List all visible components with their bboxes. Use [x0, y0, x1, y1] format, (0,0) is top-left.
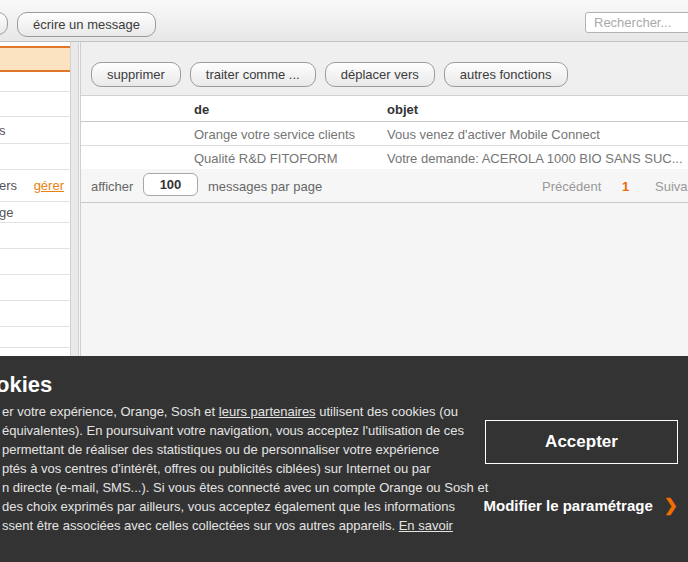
folder-sidebar: s ers gérer ge — [0, 42, 70, 356]
table-row[interactable]: Qualité R&D FITOFORM Votre demande: ACER… — [81, 146, 688, 170]
cookie-text: er votre expérience, Orange, Sosh et — [2, 404, 219, 419]
sidebar-item[interactable] — [0, 92, 70, 117]
partial-left-button[interactable] — [0, 12, 8, 35]
message-subject[interactable]: Vous venez d'activer Mobile Connect — [387, 127, 600, 142]
message-subject[interactable]: Votre demande: ACEROLA 1000 BIO SANS SUC… — [387, 151, 683, 166]
manage-folders-link[interactable]: gérer — [34, 178, 64, 193]
accept-cookies-button[interactable]: Accepter — [485, 420, 678, 464]
current-page-number[interactable]: 1 — [622, 179, 629, 194]
cookie-text-line: n directe (e-mail, SMS...). Si vous êtes… — [2, 478, 488, 497]
sidebar-item[interactable] — [0, 301, 70, 327]
messages-per-page-input[interactable] — [143, 173, 198, 196]
message-list-panel: supprimer traiter comme ... déplacer ver… — [80, 42, 688, 356]
table-row[interactable]: Orange votre service clients Vous venez … — [81, 122, 688, 146]
cookie-text-line: er votre expérience, Orange, Sosh et leu… — [2, 402, 488, 421]
message-sender[interactable]: Orange votre service clients — [194, 127, 355, 142]
show-label: afficher — [91, 179, 133, 194]
cookie-text-line: des choix exprimés par ailleurs, vous ac… — [2, 497, 488, 516]
table-header-row: de objet — [81, 96, 688, 122]
sidebar-item-inbox-selected[interactable] — [0, 46, 70, 72]
sidebar-item-label: ge — [0, 205, 13, 220]
sidebar-item[interactable] — [0, 223, 70, 249]
cookie-text-line: ssent être associées avec celles collect… — [2, 516, 488, 535]
modify-settings-link[interactable]: Modifier le paramétrage ❯ — [460, 495, 678, 516]
column-header-subject: objet — [387, 102, 418, 117]
previous-page-link[interactable]: Précédent — [542, 179, 601, 194]
message-sender[interactable]: Qualité R&D FITOFORM — [194, 151, 338, 166]
cookie-text-line: ptés à vos centres d'intérêt, offres ou … — [2, 459, 488, 478]
cookie-banner-text: er votre expérience, Orange, Sosh et leu… — [2, 402, 488, 535]
mark-as-button[interactable]: traiter comme ... — [190, 62, 316, 87]
sidebar-scrollbar[interactable] — [70, 42, 79, 356]
modify-settings-label: Modifier le paramétrage — [484, 497, 653, 514]
sidebar-item[interactable] — [0, 327, 70, 348]
partners-link[interactable]: leurs partenaires — [219, 404, 316, 419]
per-page-label: messages par page — [208, 179, 322, 194]
cookie-text-line: permettant de réaliser des statistiques … — [2, 440, 488, 459]
sidebar-item-storage[interactable]: ge — [0, 202, 70, 223]
top-toolbar: écrire un message — [0, 0, 688, 42]
sidebar-item-sent[interactable]: s — [0, 117, 70, 144]
cookie-text-line: équivalentes). En poursuivant votre navi… — [2, 421, 488, 440]
cookie-text: ssent être associées avec celles collect… — [2, 518, 399, 533]
cookie-text: utilisent des cookies (ou — [316, 404, 458, 419]
sidebar-item-label: ers — [0, 178, 17, 193]
sidebar-item[interactable] — [0, 72, 70, 92]
cookie-consent-banner: okies er votre expérience, Orange, Sosh … — [0, 356, 688, 562]
delete-button[interactable]: supprimer — [91, 62, 181, 87]
learn-more-link[interactable]: En savoir — [399, 518, 453, 533]
message-table: de objet Orange votre service clients Vo… — [81, 95, 688, 170]
chevron-right-icon: ❯ — [664, 495, 678, 516]
other-functions-button[interactable]: autres fonctions — [444, 62, 568, 87]
column-header-from: de — [194, 102, 209, 117]
sidebar-item[interactable] — [0, 249, 70, 275]
compose-message-button[interactable]: écrire un message — [17, 12, 156, 37]
sidebar-item-folders[interactable]: ers gérer — [0, 170, 70, 202]
sidebar-item-label: s — [0, 123, 6, 138]
next-page-link[interactable]: Suivant — [655, 179, 688, 194]
move-to-button[interactable]: déplacer vers — [325, 62, 435, 87]
pagination-bar: afficher messages par page Précédent 1 S… — [81, 169, 688, 203]
cookie-banner-title: okies — [0, 372, 52, 398]
message-actions-toolbar: supprimer traiter comme ... déplacer ver… — [81, 42, 688, 95]
search-input[interactable] — [585, 12, 688, 33]
sidebar-item[interactable] — [0, 144, 70, 170]
sidebar-item[interactable] — [0, 275, 70, 301]
